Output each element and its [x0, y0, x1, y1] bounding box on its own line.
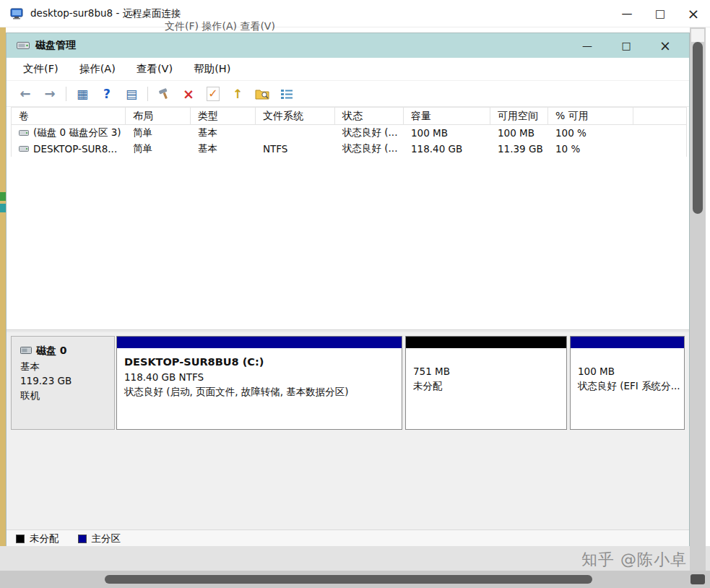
- partition-unallocated[interactable]: 751 MB 未分配: [405, 336, 567, 430]
- folder-search-icon[interactable]: [254, 85, 271, 103]
- table-row[interactable]: DESKTOP-SUR8... 简单 基本 NTFS 状态良好 (... 118…: [12, 141, 686, 157]
- volume-icon: [19, 144, 29, 153]
- rdp-close-button[interactable]: ×: [677, 0, 710, 27]
- horizontal-scrollbar[interactable]: [0, 571, 710, 588]
- header-volume[interactable]: 卷: [12, 108, 126, 124]
- cell-free-space: 100 MB: [490, 127, 548, 139]
- volume-list-header: 卷 布局 类型 文件系统 状态 容量 可用空间 % 可用: [12, 107, 686, 125]
- horizontal-scrollbar-thumb[interactable]: [105, 575, 592, 584]
- cell-capacity: 118.40 GB: [404, 143, 490, 155]
- volume-list: 卷 布局 类型 文件系统 状态 容量 可用空间 % 可用 (磁盘 0 磁盘分区 …: [11, 107, 687, 157]
- disk-name: 磁盘 0: [36, 343, 67, 358]
- background-window-menu-fragment: 文件(F) 操作(A) 查看(V): [165, 20, 309, 33]
- task-list-icon[interactable]: [278, 85, 295, 103]
- legend-unallocated: 未分配: [16, 532, 59, 545]
- table-row[interactable]: (磁盘 0 磁盘分区 3) 简单 基本 状态良好 (... 100 MB 100…: [12, 125, 686, 141]
- cell-layout: 简单: [126, 142, 191, 155]
- legend-label: 未分配: [30, 532, 59, 545]
- cell-volume: DESKTOP-SUR8...: [12, 143, 126, 155]
- check-document-icon: ✓: [207, 87, 220, 101]
- cell-filesystem: NTFS: [256, 143, 335, 155]
- legend-bar: 未分配 主分区: [7, 529, 689, 547]
- tool-hammer-icon[interactable]: [155, 85, 173, 103]
- rdp-minimize-button[interactable]: —: [610, 0, 644, 27]
- cell-volume: (磁盘 0 磁盘分区 3): [12, 126, 126, 139]
- help-icon[interactable]: ?: [98, 85, 116, 103]
- partition-color-bar: [117, 337, 402, 348]
- partition-color-bar: [571, 337, 684, 348]
- cell-status: 状态良好 (...: [335, 126, 404, 139]
- header-type[interactable]: 类型: [191, 108, 256, 124]
- volume-icon: [19, 129, 29, 137]
- disk-icon: [20, 346, 32, 355]
- window-controls: — □ ×: [568, 33, 685, 58]
- delete-volume-icon[interactable]: ×: [180, 85, 197, 103]
- header-percent-free[interactable]: % 可用: [548, 108, 633, 124]
- cell-capacity: 100 MB: [404, 127, 490, 139]
- legend-swatch-unallocated: [16, 535, 25, 543]
- minimize-button[interactable]: —: [568, 33, 607, 58]
- back-icon[interactable]: ←: [17, 85, 34, 103]
- rdp-titlebar: desktop-sur8bu8 - 远程桌面连接 — □ ×: [0, 0, 710, 27]
- forward-icon[interactable]: →: [41, 85, 59, 103]
- desktop-background-strip: [0, 27, 6, 571]
- menubar: 文件(F) 操作(A) 查看(V) 帮助(H): [7, 58, 689, 81]
- header-layout[interactable]: 布局: [126, 108, 191, 124]
- disk-management-icon: [17, 40, 30, 51]
- header-filesystem[interactable]: 文件系统: [256, 108, 335, 124]
- partition-c[interactable]: DESKTOP-SUR8BU8 (C:) 118.40 GB NTFS 状态良好…: [116, 336, 402, 430]
- resize-grip[interactable]: [690, 574, 705, 584]
- partition-status: 状态良好 (启动, 页面文件, 故障转储, 基本数据分区): [124, 384, 397, 399]
- disk-type: 基本: [20, 359, 114, 373]
- toolbar-separator: [147, 87, 148, 101]
- disk-management-titlebar: 磁盘管理 — □ ×: [7, 33, 689, 58]
- partition-label: DESKTOP-SUR8BU8 (C:): [124, 355, 397, 369]
- partition-size: 100 MB: [578, 364, 680, 379]
- toolbar-separator: [66, 87, 66, 101]
- legend-primary-partition: 主分区: [78, 532, 121, 545]
- partition-strip: DESKTOP-SUR8BU8 (C:) 118.40 GB NTFS 状态良好…: [116, 336, 685, 430]
- scroll-up-button[interactable]: [691, 29, 704, 42]
- disk-size: 119.23 GB: [20, 373, 114, 388]
- menu-action[interactable]: 操作(A): [77, 61, 118, 77]
- move-up-icon[interactable]: ↑: [229, 85, 246, 103]
- menu-file[interactable]: 文件(F): [20, 61, 61, 77]
- desktop-chip: [0, 192, 6, 201]
- partition-efi[interactable]: 100 MB 状态良好 (EFI 系统分...: [570, 336, 685, 430]
- close-button[interactable]: ×: [646, 33, 685, 58]
- cell-type: 基本: [191, 142, 256, 155]
- partition-size: 118.40 GB NTFS: [124, 370, 397, 384]
- partition-status: 状态良好 (EFI 系统分...: [578, 379, 680, 393]
- watermark: 知乎 @陈小卓: [581, 549, 687, 571]
- legend-swatch-primary: [78, 535, 87, 543]
- cell-free-space: 11.39 GB: [490, 143, 548, 155]
- vertical-scrollbar-thumb[interactable]: [693, 42, 703, 214]
- header-status[interactable]: 状态: [335, 108, 404, 124]
- console-tree-icon[interactable]: ▦: [74, 85, 91, 103]
- remote-desktop-icon: [9, 7, 24, 21]
- disk-status: 联机: [20, 388, 114, 402]
- partition-size: 751 MB: [413, 364, 562, 379]
- header-capacity[interactable]: 容量: [404, 108, 490, 124]
- cell-percent-free: 10 %: [548, 143, 633, 155]
- outer-bottom-strip: 知乎 @陈小卓: [0, 546, 710, 571]
- header-filler: [633, 108, 686, 124]
- maximize-button[interactable]: □: [607, 33, 646, 58]
- cell-layout: 简单: [126, 126, 191, 139]
- cell-type: 基本: [191, 126, 256, 139]
- vertical-scrollbar[interactable]: [690, 27, 706, 571]
- toolbar: ← → ▦ ? ▤ × ✓ ↑: [7, 81, 689, 107]
- menu-help[interactable]: 帮助(H): [191, 61, 233, 77]
- rdp-window-controls: — □ ×: [610, 0, 710, 27]
- menu-view[interactable]: 查看(V): [134, 61, 176, 77]
- partition-color-bar: [406, 337, 566, 348]
- rdp-title: desktop-sur8bu8 - 远程桌面连接: [30, 7, 181, 20]
- window-title: 磁盘管理: [35, 39, 76, 52]
- details-view-icon[interactable]: ▤: [123, 85, 140, 103]
- disk0-panel[interactable]: 磁盘 0 基本 119.23 GB 联机: [11, 336, 115, 430]
- cell-percent-free: 100 %: [548, 127, 633, 139]
- partition-status: 未分配: [413, 379, 562, 393]
- header-free-space[interactable]: 可用空间: [490, 108, 548, 124]
- mark-active-icon[interactable]: ✓: [204, 85, 222, 103]
- rdp-maximize-button[interactable]: □: [644, 0, 677, 27]
